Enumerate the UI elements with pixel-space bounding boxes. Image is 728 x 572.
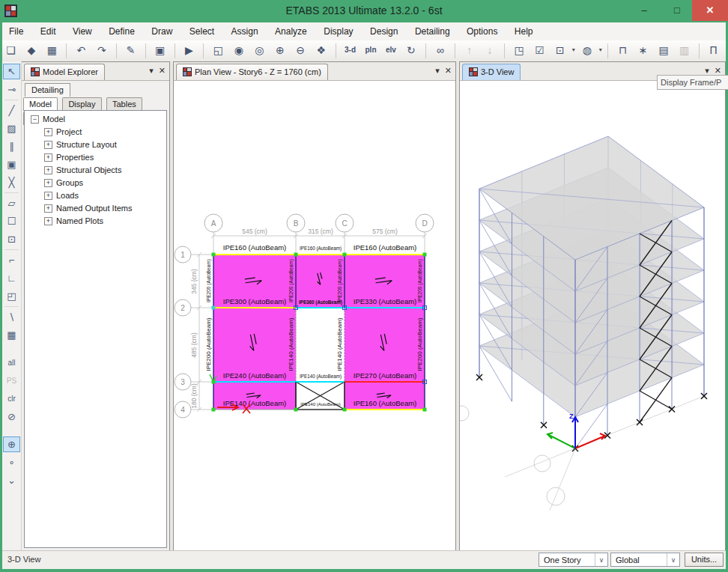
draw-rect-area-icon[interactable]: ☐	[4, 213, 19, 229]
close-icon[interactable]: ✕	[715, 66, 721, 75]
menu-analyze[interactable]: Analyze	[268, 22, 314, 40]
model-explorer-tab[interactable]: Model Explorer	[24, 64, 105, 80]
zoom-in-icon[interactable]: ⊕	[272, 42, 288, 58]
select-all-button[interactable]: all	[4, 355, 19, 371]
minimize-button[interactable]: –	[629, 0, 659, 21]
menu-define[interactable]: Define	[102, 22, 142, 40]
expand-icon[interactable]: +	[44, 179, 52, 187]
maximize-button[interactable]: □	[662, 0, 692, 21]
view-plan-button[interactable]: pln	[363, 42, 379, 58]
plan-view-tab[interactable]: Plan View - Story6 - Z = 1760 (cm)	[176, 64, 328, 80]
tab-display[interactable]: Display	[62, 97, 101, 111]
expand-icon[interactable]: +	[44, 166, 52, 174]
restore-full-view-icon[interactable]: ◉	[231, 42, 246, 58]
draw-wall-stack-icon[interactable]: ∟	[4, 270, 19, 286]
draw-pen-icon[interactable]: ✎	[123, 42, 139, 58]
draw-link-icon[interactable]: ∖	[4, 309, 19, 325]
display-options-icon[interactable]: ☑	[532, 42, 547, 58]
assign-joint-icon[interactable]: ∗	[635, 42, 651, 58]
view-elevation-button[interactable]: elv	[383, 42, 398, 58]
menu-view[interactable]: View	[66, 22, 99, 40]
quick-draw-line-icon[interactable]: ▨	[4, 121, 19, 136]
snap-to-ends-icon[interactable]: ∘	[4, 454, 19, 470]
close-button[interactable]: ✕	[692, 0, 728, 21]
story-range-selector[interactable]: One Story∨	[539, 553, 608, 567]
previous-selection-button[interactable]: PS	[4, 373, 19, 389]
snap-to-midpoints-icon[interactable]: ⌄	[4, 472, 19, 488]
view-3d-canvas[interactable]: Z	[460, 80, 725, 550]
move-up-icon[interactable]: ↑	[461, 42, 477, 58]
rubber-band-zoom-icon[interactable]: ◱	[210, 42, 226, 58]
tab-tables[interactable]: Tables	[106, 97, 142, 111]
chevron-down-icon[interactable]: ▾	[435, 66, 440, 75]
tree-item-loads[interactable]: +Loads	[25, 189, 166, 202]
draw-window-icon[interactable]: ◰	[4, 288, 19, 304]
previous-zoom-icon[interactable]: ◎	[252, 42, 267, 58]
run-analysis-icon[interactable]: ▶	[181, 42, 197, 58]
perspective-glasses-icon[interactable]: ∞	[432, 42, 448, 58]
chevron-down-icon[interactable]: ∨	[595, 553, 607, 566]
tree-item-project[interactable]: +Project	[25, 126, 166, 139]
expand-icon[interactable]: +	[44, 141, 52, 149]
tab-detailing[interactable]: Detailing	[25, 83, 70, 97]
menu-file[interactable]: File	[2, 22, 30, 40]
tree-item-model[interactable]: −Model	[25, 113, 166, 126]
chevron-down-icon[interactable]: ∨	[667, 553, 679, 566]
tree-item-structural-objects[interactable]: +Structural Objects	[25, 164, 166, 177]
deck-section-icon[interactable]: ▤	[656, 42, 672, 58]
menu-help[interactable]: Help	[508, 22, 540, 40]
quick-draw-brace-icon[interactable]: ╳	[4, 174, 19, 190]
menu-options[interactable]: Options	[460, 22, 504, 40]
new-model-icon[interactable]: ❏	[3, 42, 19, 58]
draw-line-icon[interactable]: ╱	[4, 103, 19, 118]
expand-icon[interactable]: +	[44, 128, 52, 136]
wall-section-icon[interactable]: ▥	[676, 42, 692, 58]
close-icon[interactable]: ✕	[159, 66, 166, 75]
draw-poly-area-icon[interactable]: ▱	[4, 195, 19, 211]
draw-portal-frame-icon[interactable]: ⊓	[615, 42, 631, 58]
rotate-view-icon[interactable]: ↻	[403, 42, 419, 58]
view-3d-tab[interactable]: 3-D View	[462, 64, 521, 80]
lock-model-icon[interactable]: ▣	[152, 42, 168, 58]
menu-assign[interactable]: Assign	[225, 22, 265, 40]
tree-item-named-plots[interactable]: +Named Plots	[25, 215, 166, 228]
shrink-objects-icon[interactable]: ◳	[512, 42, 527, 58]
tree-item-structure-layout[interactable]: +Structure Layout	[25, 139, 166, 151]
click-draw-area-icon[interactable]: ⊡	[4, 231, 19, 247]
menu-select[interactable]: Select	[183, 22, 221, 40]
reshape-tool-icon[interactable]: ⊸	[4, 82, 19, 97]
expand-icon[interactable]: +	[44, 217, 52, 225]
menu-detailing[interactable]: Detailing	[408, 22, 457, 40]
frame-dimension-icon[interactable]: Π	[706, 42, 721, 58]
quick-draw-beam-icon[interactable]: ∥	[4, 139, 19, 154]
quick-draw-area-icon[interactable]: ▣	[4, 156, 19, 172]
chevron-down-icon[interactable]: ▾	[149, 66, 154, 75]
undo-icon[interactable]: ↶	[73, 42, 89, 58]
chevron-down-icon[interactable]: ▾	[572, 40, 575, 60]
clear-selection-button[interactable]: clr	[4, 391, 19, 407]
expand-icon[interactable]: +	[44, 204, 52, 213]
move-down-icon[interactable]: ↓	[482, 42, 498, 58]
save-icon[interactable]: ▦	[44, 42, 60, 58]
units-button[interactable]: Units...	[685, 553, 724, 567]
menu-display[interactable]: Display	[317, 22, 360, 40]
draw-wall-icon[interactable]: ⌐	[4, 252, 19, 268]
chevron-down-icon[interactable]: ▾	[599, 40, 602, 60]
redo-icon[interactable]: ↷	[94, 42, 109, 58]
menu-design[interactable]: Design	[363, 22, 404, 40]
tab-model[interactable]: Model	[23, 97, 58, 111]
menu-draw[interactable]: Draw	[145, 22, 179, 40]
object-view-options-icon[interactable]: ⊡	[552, 42, 568, 58]
chevron-down-icon[interactable]: ▾	[705, 66, 709, 75]
close-icon[interactable]: ✕	[445, 66, 452, 75]
coordinate-system-selector[interactable]: Global∨	[610, 553, 680, 567]
deselect-icon[interactable]: ⊘	[4, 409, 19, 425]
pan-icon[interactable]: ❖	[313, 42, 329, 58]
collapse-icon[interactable]: −	[31, 115, 39, 124]
shaded-display-icon[interactable]: ◍	[579, 42, 595, 58]
open-file-icon[interactable]: ◆	[23, 42, 39, 58]
expand-icon[interactable]: +	[44, 153, 52, 162]
tree-item-groups[interactable]: +Groups	[25, 177, 166, 189]
view-3d-button[interactable]: 3-d	[342, 42, 358, 58]
tree-item-properties[interactable]: +Properties	[25, 151, 166, 164]
